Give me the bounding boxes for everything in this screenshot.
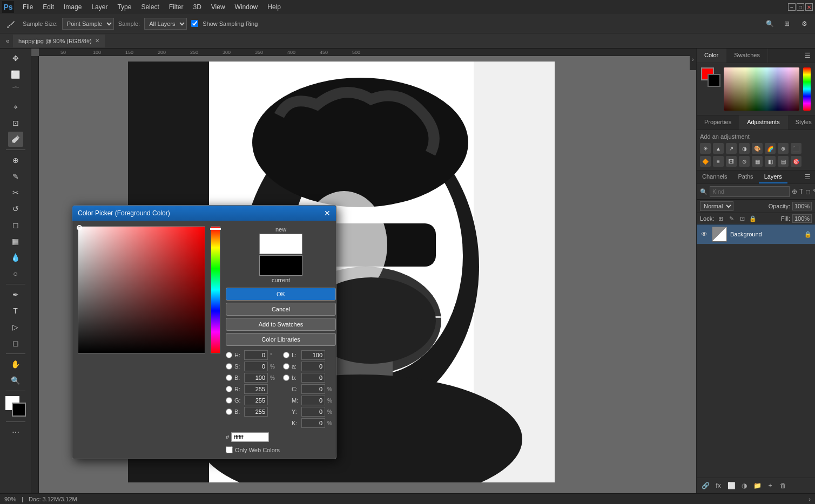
background-mini[interactable] bbox=[708, 74, 720, 87]
history-brush-tool[interactable]: ↺ bbox=[8, 201, 23, 216]
eyedropper-tool-icon[interactable] bbox=[3, 16, 18, 31]
layer-mask-icon[interactable]: ⬜ bbox=[726, 480, 737, 491]
fill-value[interactable] bbox=[792, 214, 812, 223]
blend-mode-select[interactable]: Normal bbox=[700, 201, 733, 211]
menu-edit[interactable]: Edit bbox=[38, 2, 58, 12]
c-value[interactable] bbox=[301, 384, 325, 394]
color-gradient-picker[interactable] bbox=[78, 226, 205, 353]
color-panel-gradient[interactable] bbox=[724, 67, 799, 111]
levels-icon[interactable]: ▲ bbox=[713, 143, 724, 154]
menu-image[interactable]: Image bbox=[59, 2, 86, 12]
a-radio[interactable] bbox=[283, 363, 289, 370]
hue-radio[interactable] bbox=[226, 352, 232, 358]
menu-window[interactable]: Window bbox=[231, 2, 262, 12]
brightness-value[interactable] bbox=[244, 373, 268, 383]
brightness-radio[interactable] bbox=[226, 374, 232, 381]
b3-value[interactable] bbox=[301, 373, 325, 383]
channels-tab[interactable]: Channels bbox=[697, 171, 732, 183]
b3-radio[interactable] bbox=[283, 374, 289, 381]
styles-tab[interactable]: Styles bbox=[788, 115, 815, 130]
threshold-icon[interactable]: ◧ bbox=[765, 156, 776, 167]
dodge-tool[interactable]: ○ bbox=[8, 266, 23, 281]
blue-radio[interactable] bbox=[226, 408, 232, 415]
menu-filter[interactable]: Filter bbox=[165, 2, 188, 12]
hue-saturation-icon[interactable]: 🌈 bbox=[765, 143, 776, 154]
green-value[interactable] bbox=[244, 396, 268, 405]
eyedropper-tool[interactable] bbox=[8, 132, 23, 147]
hue-slider[interactable] bbox=[211, 226, 220, 353]
layers-panel-menu[interactable]: ☰ bbox=[800, 171, 815, 183]
paths-tab[interactable]: Paths bbox=[732, 171, 758, 183]
blue-value[interactable] bbox=[244, 407, 268, 417]
view-icon[interactable]: ⊞ bbox=[779, 16, 794, 31]
layers-filter-btn-3[interactable]: ◻ bbox=[805, 186, 811, 197]
layer-new-icon[interactable]: + bbox=[765, 480, 776, 491]
marquee-tool[interactable]: ⬜ bbox=[8, 67, 23, 82]
fg-bg-mini-colors[interactable] bbox=[701, 67, 720, 87]
lock-move-icon[interactable]: ✎ bbox=[727, 214, 736, 223]
menu-3d[interactable]: 3D bbox=[188, 2, 205, 12]
menu-file[interactable]: File bbox=[18, 2, 37, 12]
exposure-icon[interactable]: ◑ bbox=[739, 143, 750, 154]
layers-filter-btn-1[interactable]: ⊕ bbox=[792, 186, 797, 197]
background-color[interactable] bbox=[12, 403, 26, 417]
foreground-background-colors[interactable] bbox=[5, 396, 26, 417]
curves-icon[interactable]: ↗ bbox=[726, 143, 737, 154]
l-value[interactable] bbox=[301, 350, 325, 360]
menu-help[interactable]: Help bbox=[263, 2, 285, 12]
layer-visibility-icon[interactable]: 👁 bbox=[700, 230, 709, 239]
menu-layer[interactable]: Layer bbox=[87, 2, 112, 12]
selective-color-icon[interactable]: 🎯 bbox=[791, 156, 801, 167]
only-web-colors-checkbox[interactable] bbox=[226, 446, 233, 453]
posterize-icon[interactable]: ▦ bbox=[752, 156, 763, 167]
layers-filter-btn-2[interactable]: T bbox=[799, 186, 803, 197]
layers-kind-input[interactable] bbox=[710, 186, 790, 197]
opacity-value[interactable] bbox=[792, 202, 812, 210]
move-tool[interactable]: ✥ bbox=[8, 51, 23, 66]
saturation-value[interactable] bbox=[244, 362, 268, 371]
l-radio[interactable] bbox=[283, 352, 289, 358]
brightness-contrast-icon[interactable]: ☀ bbox=[700, 143, 711, 154]
properties-tab[interactable]: Properties bbox=[697, 115, 739, 130]
brush-tool[interactable]: ✎ bbox=[8, 169, 23, 184]
path-selection-tool[interactable]: ▷ bbox=[8, 319, 23, 335]
add-to-swatches-button[interactable]: Add to Swatches bbox=[226, 318, 336, 331]
layer-fx-icon[interactable]: fx bbox=[713, 480, 724, 491]
layer-link-icon[interactable]: 🔗 bbox=[700, 480, 711, 491]
cancel-button[interactable]: Cancel bbox=[226, 303, 336, 316]
hue-value[interactable] bbox=[244, 350, 268, 360]
saturation-radio[interactable] bbox=[226, 363, 232, 370]
layers-filter-btn-4[interactable]: ✎ bbox=[813, 186, 815, 197]
k-value[interactable] bbox=[301, 418, 325, 428]
m-value[interactable] bbox=[301, 396, 325, 405]
color-libraries-button[interactable]: Color Libraries bbox=[226, 333, 336, 346]
healing-brush-tool[interactable]: ⊕ bbox=[8, 153, 23, 168]
lock-pixels-icon[interactable]: ⊞ bbox=[716, 214, 725, 223]
type-tool[interactable]: T bbox=[8, 303, 23, 318]
panel-collapse-button[interactable]: › bbox=[690, 49, 696, 70]
collapse-icon[interactable]: « bbox=[2, 36, 13, 46]
gradient-map-icon[interactable]: ▤ bbox=[778, 156, 789, 167]
color-lookup-icon[interactable]: 🎞 bbox=[726, 156, 737, 167]
menu-type[interactable]: Type bbox=[113, 2, 136, 12]
clone-stamp-tool[interactable]: ✂ bbox=[8, 185, 23, 200]
adjustments-tab[interactable]: Adjustments bbox=[739, 115, 788, 130]
document-tab[interactable]: happy.jpg @ 90% (RGB/8#) ✕ bbox=[13, 35, 105, 47]
layers-tab[interactable]: Layers bbox=[759, 171, 787, 183]
invert-icon[interactable]: ⊙ bbox=[739, 156, 750, 167]
lock-all-icon[interactable]: 🔒 bbox=[749, 214, 757, 223]
y-value[interactable] bbox=[301, 407, 325, 417]
hex-value[interactable] bbox=[231, 432, 269, 442]
layer-adjustment-icon[interactable]: ◑ bbox=[739, 480, 750, 491]
magic-wand-tool[interactable]: ⌖ bbox=[8, 99, 23, 114]
show-sampling-ring-label[interactable]: Show Sampling Ring bbox=[191, 20, 258, 27]
menu-select[interactable]: Select bbox=[137, 2, 163, 12]
settings-icon[interactable]: ⚙ bbox=[797, 16, 812, 31]
sampling-ring-checkbox[interactable] bbox=[191, 20, 198, 27]
search-icon[interactable]: 🔍 bbox=[762, 16, 777, 31]
ok-button[interactable]: OK bbox=[226, 288, 336, 301]
canvas-nav-arrow[interactable]: › bbox=[809, 496, 811, 502]
channel-mixer-icon[interactable]: ≡ bbox=[713, 156, 724, 167]
background-layer-row[interactable]: 👁 Background 🔒 bbox=[697, 224, 815, 244]
color-panel-menu[interactable]: ☰ bbox=[800, 49, 815, 63]
